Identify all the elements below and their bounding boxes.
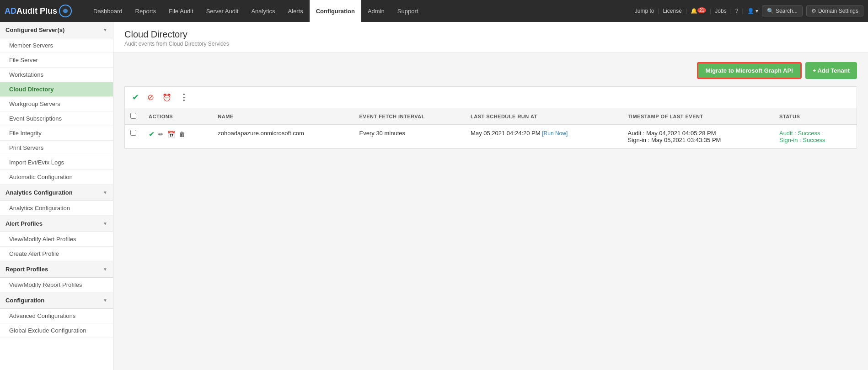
- nav-server-audit[interactable]: Server Audit: [200, 0, 245, 22]
- sidebar-section-label: Report Profiles: [5, 266, 48, 273]
- add-tenant-button[interactable]: + Add Tenant: [805, 62, 857, 79]
- status-audit: Audit : Success: [779, 130, 851, 137]
- nav-menu: Dashboard Reports File Audit Server Audi…: [87, 0, 635, 22]
- sidebar-item-file-integrity[interactable]: File Integrity: [0, 126, 113, 141]
- logo-icon: [59, 5, 72, 17]
- row-actions: ✔ ✏ 📅 🗑: [149, 130, 207, 138]
- chevron-down-icon: ▼: [103, 298, 107, 303]
- run-now-link[interactable]: [Run Now]: [542, 130, 568, 137]
- schedule-button[interactable]: ⏰: [161, 92, 173, 103]
- sidebar-section-report-profiles[interactable]: Report Profiles ▼: [0, 261, 113, 278]
- disable-button[interactable]: ⊘: [145, 91, 156, 103]
- col-fetch-interval: EVENT FETCH INTERVAL: [354, 108, 466, 125]
- chevron-down-icon: ▼: [103, 27, 107, 32]
- sidebar-item-member-servers[interactable]: Member Servers: [0, 38, 113, 53]
- status-signin: Sign-in : Success: [779, 137, 851, 143]
- logo-text: ADAudit Plus: [5, 6, 57, 16]
- page-subtitle: Audit events from Cloud Directory Servic…: [124, 41, 857, 47]
- nav-admin[interactable]: Admin: [361, 0, 391, 22]
- sidebar-item-advanced-config[interactable]: Advanced Configurations: [0, 309, 113, 323]
- row-status: Audit : Success Sign-in : Success: [774, 125, 857, 148]
- sidebar-item-cloud-directory[interactable]: Cloud Directory: [0, 82, 113, 97]
- jobs-link[interactable]: Jobs: [715, 8, 726, 14]
- chevron-down-icon: ▼: [103, 190, 107, 195]
- domain-settings-label: Domain Settings: [818, 8, 858, 14]
- table-row: ✔ ✏ 📅 🗑 zohoadapazure.onmicrosoft.com Ev…: [125, 125, 857, 148]
- page-content: Migrate to Microsoft Graph API + Add Ten…: [113, 53, 868, 370]
- notification-bell[interactable]: 🔔21: [691, 8, 706, 14]
- row-timestamp: Audit : May 04,2021 04:05:28 PM Sign-in …: [622, 125, 774, 148]
- nav-alerts[interactable]: Alerts: [281, 0, 309, 22]
- page-header: Cloud Directory Audit events from Cloud …: [113, 22, 868, 53]
- sidebar-item-file-server[interactable]: File Server: [0, 53, 113, 68]
- col-name: NAME: [212, 108, 354, 125]
- col-actions: ACTIONS: [143, 108, 212, 125]
- migrate-button[interactable]: Migrate to Microsoft Graph API: [697, 62, 802, 79]
- topbar: ADAudit Plus Dashboard Reports File Audi…: [0, 0, 868, 22]
- search-icon: 🔍: [767, 8, 774, 14]
- nav-reports[interactable]: Reports: [129, 0, 163, 22]
- tenants-table: ACTIONS NAME EVENT FETCH INTERVAL LAST S…: [125, 108, 857, 148]
- domain-settings-button[interactable]: ⚙ Domain Settings: [806, 5, 863, 16]
- search-button[interactable]: 🔍 Search...: [762, 5, 803, 16]
- col-timestamp: TIMESTAMP OF LAST EVENT: [622, 108, 774, 125]
- help-link[interactable]: ?: [735, 8, 739, 14]
- sidebar: Configured Server(s) ▼ Member Servers Fi…: [0, 22, 113, 370]
- nav-dashboard[interactable]: Dashboard: [87, 0, 129, 22]
- sidebar-item-workstations[interactable]: Workstations: [0, 68, 113, 82]
- sidebar-section-analytics-config[interactable]: Analytics Configuration ▼: [0, 185, 113, 201]
- sidebar-item-print-servers[interactable]: Print Servers: [0, 141, 113, 155]
- row-delete-icon[interactable]: 🗑: [179, 131, 185, 138]
- sidebar-item-event-subscriptions[interactable]: Event Subscriptions: [0, 111, 113, 126]
- sidebar-item-analytics-configuration[interactable]: Analytics Configuration: [0, 201, 113, 216]
- jump-to-link[interactable]: Jump to: [635, 8, 654, 14]
- sidebar-section-label: Alert Profiles: [5, 220, 43, 227]
- sidebar-item-import-evt[interactable]: Import Evt/Evtx Logs: [0, 155, 113, 170]
- sidebar-item-auto-config[interactable]: Automatic Configuration: [0, 170, 113, 185]
- sidebar-item-view-modify-alert[interactable]: View/Modify Alert Profiles: [0, 232, 113, 247]
- sidebar-section-configured-servers[interactable]: Configured Server(s) ▼: [0, 22, 113, 38]
- license-link[interactable]: License: [663, 8, 682, 14]
- more-options-button[interactable]: ⋮: [178, 91, 190, 103]
- table-header-row: ACTIONS NAME EVENT FETCH INTERVAL LAST S…: [125, 108, 857, 125]
- user-menu[interactable]: 👤 ▾: [747, 8, 758, 14]
- row-enable-icon[interactable]: ✔: [149, 130, 155, 138]
- layout: Configured Server(s) ▼ Member Servers Fi…: [0, 22, 868, 370]
- row-fetch-interval: Every 30 minutes: [354, 125, 466, 148]
- action-bar: Migrate to Microsoft Graph API + Add Ten…: [124, 62, 857, 79]
- sidebar-item-workgroup-servers[interactable]: Workgroup Servers: [0, 97, 113, 111]
- sidebar-section-configuration[interactable]: Configuration ▼: [0, 292, 113, 309]
- enable-button[interactable]: ✔: [130, 91, 141, 103]
- nav-analytics[interactable]: Analytics: [245, 0, 281, 22]
- sidebar-item-create-alert[interactable]: Create Alert Profile: [0, 247, 113, 261]
- sidebar-section-label: Analytics Configuration: [5, 189, 73, 196]
- row-last-run: May 05,2021 04:24:20 PM [Run Now]: [465, 125, 622, 148]
- notification-badge: 21: [697, 7, 706, 13]
- nav-file-audit[interactable]: File Audit: [162, 0, 199, 22]
- table-toolbar: ✔ ⊘ ⏰ ⋮: [125, 87, 857, 108]
- col-last-run: LAST SCHEDULE RUN AT: [465, 108, 622, 125]
- page-title: Cloud Directory: [124, 29, 857, 40]
- nav-support[interactable]: Support: [391, 0, 425, 22]
- search-label: Search...: [776, 8, 798, 14]
- table-container: ✔ ⊘ ⏰ ⋮ ACTIONS NAME EVENT FETCH INTERVA…: [124, 86, 857, 149]
- select-all-checkbox[interactable]: [130, 113, 136, 119]
- sidebar-item-global-exclude[interactable]: Global Exclude Configuration: [0, 323, 113, 338]
- gear-icon: ⚙: [811, 8, 816, 14]
- topbar-right: Jump to | License | 🔔21 | Jobs | ? | 👤 ▾…: [635, 5, 863, 16]
- row-checkbox[interactable]: [130, 130, 136, 136]
- row-schedule-icon[interactable]: 📅: [167, 131, 175, 138]
- sidebar-item-view-modify-report[interactable]: View/Modify Report Profiles: [0, 278, 113, 292]
- main-content: Cloud Directory Audit events from Cloud …: [113, 22, 868, 370]
- sidebar-section-label: Configured Server(s): [5, 26, 64, 33]
- nav-configuration[interactable]: Configuration: [310, 0, 361, 22]
- logo: ADAudit Plus: [5, 5, 78, 17]
- sidebar-section-label: Configuration: [5, 297, 44, 304]
- row-name: zohoadapazure.onmicrosoft.com: [212, 125, 354, 148]
- col-status: STATUS: [774, 108, 857, 125]
- chevron-down-icon: ▼: [103, 221, 107, 226]
- chevron-down-icon: ▼: [103, 267, 107, 272]
- sidebar-section-alert-profiles[interactable]: Alert Profiles ▼: [0, 216, 113, 232]
- row-edit-icon[interactable]: ✏: [158, 131, 164, 138]
